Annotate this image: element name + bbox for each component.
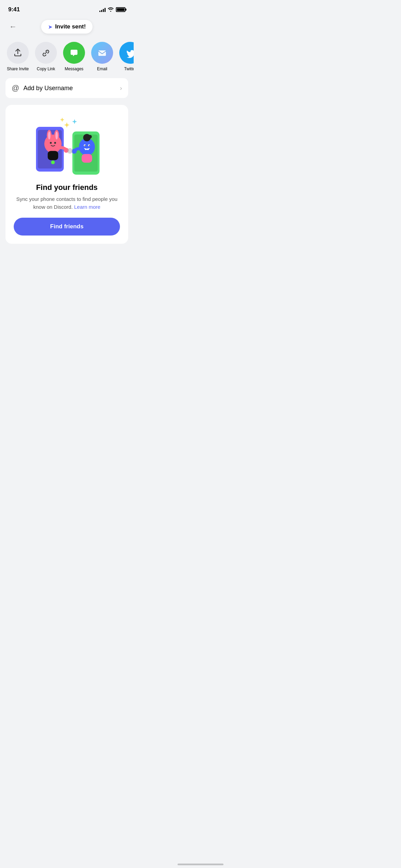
share-row: Share Invite Copy Link Messages Email [0,39,134,78]
wifi-icon [108,7,114,13]
add-username-section: @ Add by Username › [0,78,134,105]
svg-point-17 [88,135,92,139]
header: ← ➤ Invite sent! [0,17,134,39]
status-time: 9:41 [8,6,20,13]
twitter-icon [119,42,134,64]
battery-icon [116,7,125,12]
chevron-right-icon: › [120,85,122,92]
svg-rect-10 [48,151,58,160]
copy-link-label: Copy Link [37,67,55,71]
messages-icon [63,42,85,64]
send-icon: ➤ [48,24,52,30]
svg-point-6 [48,132,50,140]
find-friends-card: Find your friends Sync your phone contac… [5,105,128,244]
add-username-left: @ Add by Username [12,84,73,93]
invite-sent-badge: ➤ Invite sent! [41,20,93,34]
email-icon [91,42,113,64]
svg-point-21 [89,145,90,146]
back-button[interactable]: ← [7,21,19,33]
copy-link-icon [35,42,57,64]
invite-sent-text: Invite sent! [55,23,86,30]
share-invite-icon [7,42,29,64]
status-icons [99,7,125,13]
learn-more-link[interactable]: Learn more [74,204,100,210]
svg-rect-0 [98,50,106,56]
add-by-username-row[interactable]: @ Add by Username › [5,78,128,98]
twitter-item[interactable]: Twitter [118,42,134,71]
signal-bars-icon [99,7,106,12]
email-item[interactable]: Email [90,42,114,71]
illustration [14,114,120,176]
share-invite-label: Share Invite [7,67,29,71]
copy-link-item[interactable]: Copy Link [34,42,58,71]
find-friends-title: Find your friends [36,183,98,192]
find-friends-button[interactable]: Find friends [14,218,120,236]
messages-label: Messages [65,67,84,71]
messages-item[interactable]: Messages [62,42,86,71]
svg-rect-22 [85,148,87,150]
status-bar: 9:41 [0,0,134,17]
find-friends-subtitle: Sync your phone contacts to find people … [14,195,120,211]
twitter-label: Twitter [124,67,134,71]
svg-point-8 [50,142,52,144]
svg-point-20 [85,145,86,146]
svg-point-7 [56,132,58,140]
svg-point-26 [67,148,73,154]
add-username-text: Add by Username [23,85,73,92]
svg-point-11 [51,160,55,164]
find-friends-subtitle-text: Sync your phone contacts to find people … [16,196,117,210]
svg-rect-24 [82,154,92,163]
svg-point-9 [54,142,56,144]
svg-rect-23 [87,148,89,150]
at-symbol-icon: @ [12,84,19,93]
svg-point-3 [44,135,61,153]
share-invite-item[interactable]: Share Invite [5,42,30,71]
back-arrow-icon: ← [9,23,17,31]
email-label: Email [97,67,107,71]
